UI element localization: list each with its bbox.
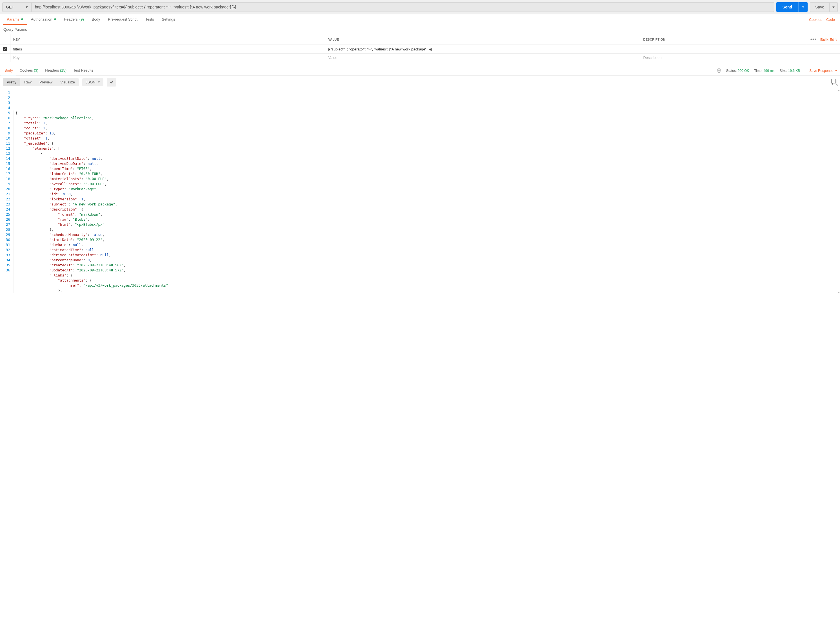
resp-tab-cookies[interactable]: Cookies (3)	[16, 66, 42, 75]
query-params-heading: Query Params	[0, 25, 840, 34]
param-description-input[interactable]	[643, 56, 837, 60]
send-dropdown[interactable]	[798, 2, 808, 12]
format-select[interactable]: JSON	[82, 78, 103, 86]
col-checkbox	[0, 34, 11, 45]
scrollbar-marker	[838, 90, 840, 91]
search-button[interactable]	[837, 80, 837, 84]
code-link[interactable]: Code	[826, 17, 835, 22]
view-pretty[interactable]: Pretty	[3, 78, 20, 86]
tab-authorization[interactable]: Authorization	[27, 14, 60, 25]
view-mode-segment: Pretty Raw Preview Visualize	[3, 78, 79, 86]
param-row-empty	[0, 54, 840, 62]
save-response-button[interactable]: Save Response	[805, 69, 837, 73]
param-value-input[interactable]	[328, 56, 637, 60]
save-button-group: Save	[810, 2, 838, 12]
send-button[interactable]: Send	[776, 2, 798, 12]
view-raw[interactable]: Raw	[20, 78, 35, 86]
param-value-input[interactable]	[328, 47, 637, 51]
request-tabs: Params Authorization Headers (9) Body Pr…	[0, 14, 840, 25]
save-button[interactable]: Save	[810, 2, 829, 12]
wrap-lines-button[interactable]: ⤶	[107, 78, 116, 86]
chevron-down-icon	[98, 82, 100, 83]
tab-tests[interactable]: Tests	[142, 14, 158, 25]
param-key-input[interactable]	[13, 47, 322, 51]
param-description-input[interactable]	[643, 47, 837, 51]
checkbox-checked[interactable]: ✓	[3, 47, 7, 51]
copy-button[interactable]	[832, 80, 833, 84]
param-row: ✓	[0, 45, 840, 54]
tab-settings[interactable]: Settings	[158, 14, 179, 25]
col-value: VALUE	[325, 34, 640, 45]
globe-icon[interactable]	[717, 68, 721, 73]
tab-params[interactable]: Params	[3, 14, 27, 25]
response-body-viewer[interactable]: 1234567891011121314151617181920212223242…	[0, 89, 840, 294]
method-select[interactable]: GET	[2, 2, 32, 12]
view-visualize[interactable]: Visualize	[56, 78, 79, 86]
chevron-down-icon	[835, 70, 837, 71]
chevron-down-icon	[802, 6, 804, 8]
code-content: { "_type": "WorkPackageCollection", "tot…	[14, 89, 840, 294]
bulk-edit-link[interactable]: Bulk Edit	[820, 37, 837, 42]
col-key: KEY	[11, 34, 325, 45]
col-description: DESCRIPTION	[640, 34, 806, 45]
col-actions: ••• Bulk Edit	[806, 34, 840, 45]
send-button-group: Send	[776, 2, 808, 12]
copy-icon	[832, 80, 833, 85]
response-view-toolbar: Pretty Raw Preview Visualize JSON ⤶	[0, 76, 840, 89]
response-tabs: Body Cookies (3) Headers (15) Test Resul…	[0, 65, 840, 76]
time-display: Time: 499 ms	[754, 69, 774, 73]
request-bar: GET Send Save	[0, 0, 840, 14]
resp-tab-test-results[interactable]: Test Results	[70, 66, 97, 75]
scrollbar-marker	[838, 292, 840, 293]
active-dot-icon	[54, 19, 56, 20]
search-icon	[837, 80, 837, 85]
chevron-down-icon	[832, 6, 835, 8]
tab-headers[interactable]: Headers (9)	[60, 14, 88, 25]
wrap-icon: ⤶	[109, 79, 113, 85]
resp-tab-body[interactable]: Body	[1, 66, 16, 75]
query-params-table: KEY VALUE DESCRIPTION ••• Bulk Edit ✓	[0, 34, 840, 62]
cookies-link[interactable]: Cookies	[809, 17, 822, 22]
tab-prerequest[interactable]: Pre-request Script	[104, 14, 142, 25]
view-preview[interactable]: Preview	[35, 78, 56, 86]
url-input[interactable]	[32, 2, 774, 12]
save-dropdown[interactable]	[829, 2, 838, 12]
method-label: GET	[6, 5, 14, 9]
tab-body[interactable]: Body	[88, 14, 104, 25]
chevron-down-icon	[26, 6, 28, 8]
size-display: Size: 19.6 KB	[780, 69, 800, 73]
resp-tab-headers[interactable]: Headers (15)	[42, 66, 70, 75]
status-display: Status: 200 OK	[726, 69, 749, 73]
more-icon[interactable]: •••	[811, 36, 820, 42]
active-dot-icon	[21, 19, 23, 20]
line-gutter: 1234567891011121314151617181920212223242…	[0, 89, 14, 294]
param-key-input[interactable]	[13, 56, 322, 60]
